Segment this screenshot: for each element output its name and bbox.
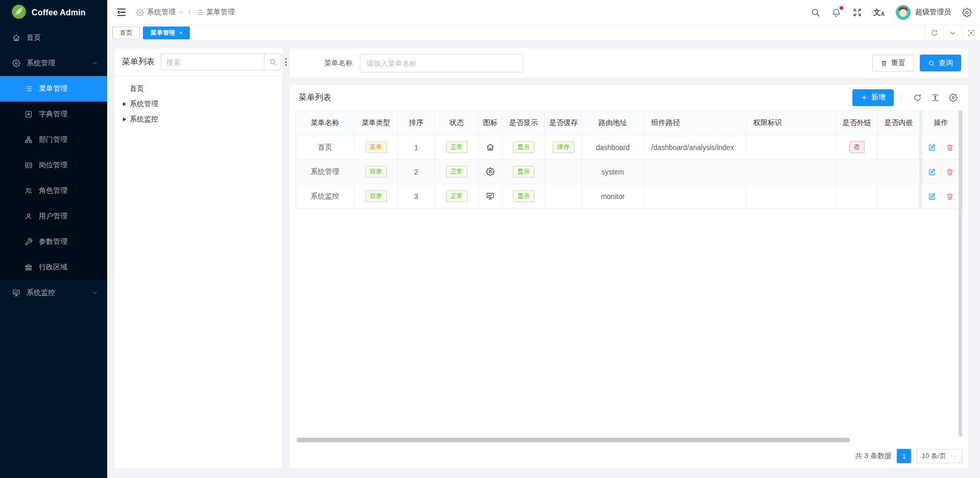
cell-component: /dashboard/analysis/index: [644, 135, 746, 160]
search-icon[interactable]: [811, 8, 820, 17]
translate-icon[interactable]: 文A: [873, 8, 885, 17]
cell-visible: 显示: [502, 184, 545, 209]
sidebar-item-department-management[interactable]: 部门管理: [0, 127, 107, 153]
delete-icon[interactable]: [946, 168, 954, 176]
monitor-icon: [486, 192, 495, 200]
reset-button[interactable]: 重置: [872, 55, 914, 71]
cell-order: 1: [398, 135, 435, 160]
status-badge: 正常: [446, 141, 468, 154]
col-menu-name: 菜单名称: [296, 111, 354, 135]
breadcrumb-item-menu-management[interactable]: 菜单管理: [195, 8, 235, 17]
status-badge: 正常: [446, 190, 468, 203]
wrench-icon: [24, 238, 33, 246]
horizontal-scrollbar[interactable]: [296, 438, 962, 443]
refresh-icon[interactable]: [913, 93, 922, 102]
cache-badge: 缓存: [553, 141, 574, 154]
caret-icon[interactable]: [123, 102, 126, 106]
content-fullscreen-icon[interactable]: [962, 25, 980, 40]
sidebar-item-post-management[interactable]: 岗位管理: [0, 153, 107, 178]
edit-icon[interactable]: [928, 168, 936, 176]
tab-options-chevron-icon[interactable]: [943, 25, 962, 40]
add-button[interactable]: 新增: [852, 89, 894, 106]
sidebar-item-role-management[interactable]: 角色管理: [0, 178, 107, 204]
cell-cache: [545, 184, 582, 209]
chevron-down-icon: [952, 454, 958, 459]
caret-icon[interactable]: [123, 117, 126, 121]
cell-menu-name: 系统管理: [296, 160, 354, 184]
more-options-icon[interactable]: [285, 58, 287, 66]
notification-bell-icon[interactable]: [831, 8, 841, 17]
vertical-scrollbar[interactable]: [959, 110, 962, 437]
edit-icon[interactable]: [928, 192, 936, 200]
refresh-tab-icon[interactable]: [925, 25, 943, 40]
sidebar-item-system-monitor[interactable]: 系统监控: [0, 280, 107, 306]
user-icon: [24, 212, 33, 220]
menu-type-badge: 目录: [365, 166, 387, 178]
settings-gear-icon[interactable]: [962, 8, 972, 17]
menu-list-icon: [24, 85, 33, 93]
logo-leaf-icon: [11, 4, 27, 21]
visible-badge: 显示: [513, 190, 534, 203]
column-settings-gear-icon[interactable]: [949, 93, 958, 102]
sidebar-item-parameter-management[interactable]: 参数管理: [0, 229, 107, 255]
tree-node-system-management[interactable]: 系统管理: [119, 96, 278, 112]
home-icon: [486, 143, 495, 152]
cell-order: 2: [398, 160, 435, 184]
cell-actions: [920, 160, 963, 184]
cell-embedded: [878, 184, 920, 209]
tree-search-input[interactable]: [161, 54, 264, 70]
tree-search-button[interactable]: [264, 54, 281, 70]
col-route: 路由地址: [582, 111, 644, 135]
dictionary-icon: [24, 110, 33, 118]
tab-menu-management[interactable]: 菜单管理 ×: [143, 27, 190, 39]
query-button[interactable]: 查询: [920, 55, 961, 71]
col-visible: 是否显示: [502, 111, 545, 135]
menu-tree-panel: 菜单列表 首页 系统管理: [115, 48, 282, 468]
cell-menu-name: 首页: [296, 135, 354, 160]
delete-icon[interactable]: [946, 143, 954, 152]
chevron-down-icon: [179, 10, 184, 15]
sidebar-item-administrative-region[interactable]: 行政区域: [0, 255, 107, 280]
sidebar-item-system-management[interactable]: 系统管理: [0, 51, 107, 76]
cell-menu-type: 菜单: [354, 135, 398, 160]
close-icon[interactable]: ×: [179, 30, 182, 36]
breadcrumb-item-system-management[interactable]: 系统管理: [136, 8, 184, 17]
content: 菜单列表 首页 系统管理: [107, 41, 980, 478]
page-size-select[interactable]: 10 条/页: [916, 449, 962, 463]
cell-actions: [920, 135, 963, 160]
edit-icon[interactable]: [928, 143, 936, 152]
cell-route: system: [582, 160, 644, 184]
cell-icon: [479, 135, 502, 160]
logo[interactable]: Coffee Admin: [0, 0, 107, 25]
cell-status: 正常: [435, 160, 479, 184]
delete-icon[interactable]: [946, 192, 954, 200]
visible-badge: 显示: [513, 166, 534, 178]
monitor-icon: [12, 289, 20, 297]
cell-visible: 显示: [502, 160, 545, 184]
table-toolbar-actions: 新增: [852, 89, 962, 106]
scrollbar-thumb[interactable]: [297, 438, 850, 442]
sidebar-item-dictionary-management[interactable]: 字典管理: [0, 102, 107, 127]
tree-node-home[interactable]: 首页: [119, 81, 278, 96]
menu-name-input[interactable]: [360, 54, 523, 72]
department-icon: [24, 136, 33, 144]
search-icon: [928, 60, 935, 67]
col-component: 组件路径: [644, 111, 746, 135]
chevron-up-icon: [92, 60, 98, 66]
system-management-submenu: 菜单管理 字典管理 部门管理 岗位管理 角色管理: [0, 76, 107, 280]
table-row: 系统监控 目录 3 正常 显示 monitor: [296, 184, 963, 209]
page-1-button[interactable]: 1: [897, 449, 911, 463]
tree-node-system-monitor[interactable]: 系统监控: [119, 112, 278, 127]
cell-embedded: [878, 135, 920, 160]
external-badge: 否: [849, 141, 865, 154]
sidebar-item-home[interactable]: 首页: [0, 25, 107, 51]
sidebar-item-menu-management[interactable]: 菜单管理: [0, 76, 107, 102]
sidebar-item-user-management[interactable]: 用户管理: [0, 204, 107, 229]
fullscreen-icon[interactable]: [852, 8, 862, 17]
user-menu[interactable]: 超级管理员: [896, 5, 951, 20]
topbar: 系统管理 / 菜单管理 文A 超级管理员: [107, 0, 980, 25]
tab-home[interactable]: 首页: [112, 27, 140, 39]
row-height-icon[interactable]: [931, 93, 940, 102]
col-permission: 权限标识: [746, 111, 836, 135]
menu-fold-icon[interactable]: [116, 7, 127, 18]
